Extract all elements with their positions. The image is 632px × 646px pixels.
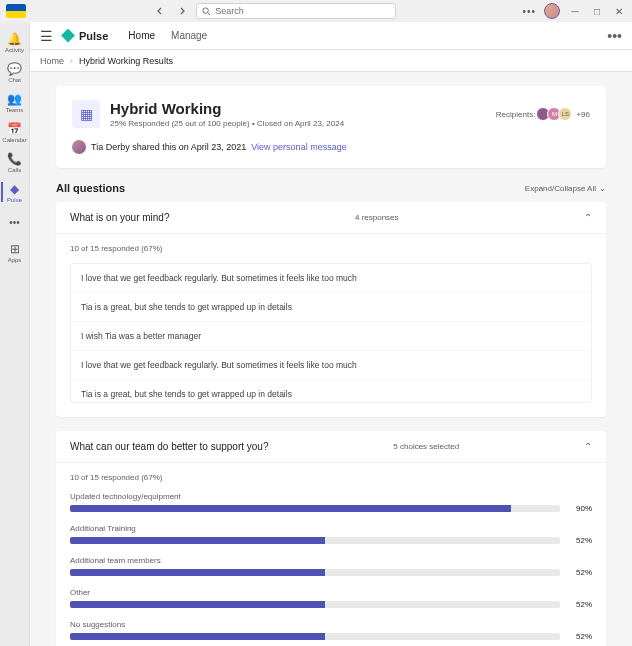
search-icon [202, 7, 211, 16]
tab-manage[interactable]: Manage [171, 22, 207, 49]
search-input[interactable] [215, 6, 390, 16]
sidebar-item-teams[interactable]: 👥Teams [1, 88, 29, 116]
pulse-icon: ◆ [10, 182, 19, 196]
sidebar-item-chat[interactable]: 💬Chat [1, 58, 29, 86]
pulse-logo-icon [61, 29, 75, 43]
bar-track [70, 601, 560, 608]
chevron-right-icon: › [70, 56, 73, 66]
bar-fill [70, 633, 325, 640]
bar-label: Updated technology/equipment [70, 492, 592, 501]
bar-value: 52% [568, 536, 592, 545]
breadcrumb: Home › Hybrid Working Results [30, 50, 632, 72]
bar-fill [70, 601, 325, 608]
bar-track [70, 537, 560, 544]
sidebar-item-more[interactable]: ••• [1, 208, 29, 236]
choices-bar-chart: Updated technology/equipment90%Additiona… [70, 492, 592, 641]
calendar-icon: 📅 [7, 122, 22, 136]
phone-icon: 📞 [7, 152, 22, 166]
maximize-button[interactable]: □ [590, 4, 604, 18]
bar-track [70, 633, 560, 640]
bar-fill [70, 505, 511, 512]
bar-value: 90% [568, 504, 592, 513]
bell-icon: 🔔 [7, 32, 22, 46]
question-toggle[interactable]: What is on your mind? 4 responses ⌃ [56, 202, 606, 234]
recipients-label: Recipients: [496, 110, 536, 119]
chevron-down-icon: ⌄ [599, 184, 606, 193]
view-message-link[interactable]: View personal message [251, 142, 346, 152]
recipients-more[interactable]: +96 [576, 110, 590, 119]
app-name: Pulse [79, 30, 108, 42]
chat-icon: 💬 [7, 62, 22, 76]
response-row: I love that we get feedback regularly. B… [71, 351, 591, 380]
more-icon[interactable]: ••• [522, 6, 536, 17]
question-card-2: What can our team do better to support y… [56, 431, 606, 646]
bar-label: Other [70, 588, 592, 597]
tab-home[interactable]: Home [128, 22, 155, 49]
search-box[interactable] [196, 3, 396, 19]
bar-track [70, 505, 560, 512]
more-icon: ••• [9, 217, 20, 228]
bar-item: Additional team members52% [70, 556, 592, 577]
question-title: What is on your mind? [70, 212, 170, 223]
hamburger-button[interactable]: ☰ [40, 28, 53, 44]
user-avatar[interactable] [544, 3, 560, 19]
chevron-up-icon: ⌃ [584, 441, 592, 452]
responses-list[interactable]: I love that we get feedback regularly. B… [70, 263, 592, 403]
breadcrumb-home[interactable]: Home [40, 56, 64, 66]
bar-value: 52% [568, 568, 592, 577]
chevron-up-icon: ⌃ [584, 212, 592, 223]
question-meta: 4 responses [355, 213, 399, 222]
bar-track [70, 569, 560, 576]
page-title: Hybrid Working [110, 100, 344, 117]
app-logo: Pulse [61, 29, 108, 43]
recipients: Recipients: M LS +96 [496, 100, 590, 128]
responded-count: 10 of 15 responded (67%) [70, 244, 592, 253]
app-more-button[interactable]: ••• [607, 28, 622, 44]
question-meta: 5 choices selected [393, 442, 459, 451]
bar-fill [70, 537, 325, 544]
bar-label: Additional Training [70, 524, 592, 533]
svg-point-0 [203, 7, 208, 12]
teams-icon: 👥 [7, 92, 22, 106]
recipient-avatar: LS [558, 107, 572, 121]
nav-back-button[interactable] [152, 3, 168, 19]
apps-icon: ⊞ [10, 242, 20, 256]
bar-item: Other52% [70, 588, 592, 609]
responded-count: 10 of 15 responded (67%) [70, 473, 592, 482]
sidebar-item-activity[interactable]: 🔔Activity [1, 28, 29, 56]
response-row: I love that we get feedback regularly. B… [71, 264, 591, 293]
close-button[interactable]: ✕ [612, 4, 626, 18]
survey-icon: ▦ [72, 100, 100, 128]
sharer-avatar [72, 140, 86, 154]
bar-fill [70, 569, 325, 576]
question-toggle[interactable]: What can our team do better to support y… [56, 431, 606, 463]
bar-item: Updated technology/equipment90% [70, 492, 592, 513]
expand-collapse-button[interactable]: Expand/Collapse All⌄ [525, 184, 606, 193]
response-row: I wish Tia was a better manager [71, 322, 591, 351]
section-title: All questions [56, 182, 125, 194]
response-row: Tia is a great, but she tends to get wra… [71, 293, 591, 322]
sidebar-item-calendar[interactable]: 📅Calendar [1, 118, 29, 146]
bar-label: Additional team members [70, 556, 592, 565]
sidebar-item-calls[interactable]: 📞Calls [1, 148, 29, 176]
app-rail: 🔔Activity 💬Chat 👥Teams 📅Calendar 📞Calls … [0, 22, 30, 646]
bar-value: 52% [568, 632, 592, 641]
shared-text: Tia Derby shared this on April 23, 2021 [91, 142, 246, 152]
minimize-button[interactable]: ─ [568, 4, 582, 18]
sidebar-item-apps[interactable]: ⊞Apps [1, 238, 29, 266]
response-row: Tia is a great, but she tends to get wra… [71, 380, 591, 403]
sidebar-item-pulse[interactable]: ◆Pulse [1, 178, 29, 206]
breadcrumb-current: Hybrid Working Results [79, 56, 173, 66]
nav-forward-button[interactable] [174, 3, 190, 19]
app-badge [6, 4, 26, 18]
bar-label: No suggestions [70, 620, 592, 629]
bar-item: Additional Training52% [70, 524, 592, 545]
question-card-1: What is on your mind? 4 responses ⌃ 10 o… [56, 202, 606, 417]
page-subtitle: 25% Responded (25 out of 100 people) • C… [110, 119, 344, 128]
survey-header-card: ▦ Hybrid Working 25% Responded (25 out o… [56, 86, 606, 168]
bar-item: No suggestions52% [70, 620, 592, 641]
question-title: What can our team do better to support y… [70, 441, 268, 452]
bar-value: 52% [568, 600, 592, 609]
